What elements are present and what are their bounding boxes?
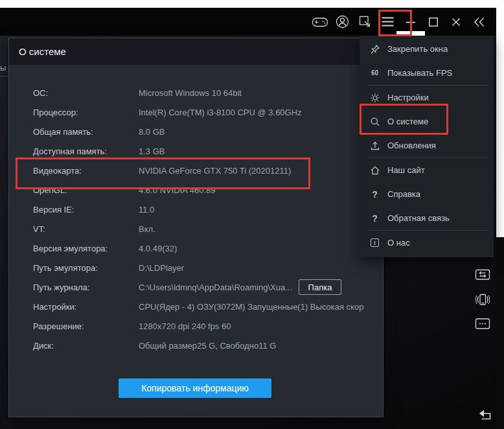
background-window-edge [496, 237, 504, 429]
menu-item-updates[interactable]: Обновления [360, 133, 494, 157]
row-available-memory: Доступная память: 1.3 GB [9, 141, 383, 161]
row-emulator-version: Версия эмулятора: 4.0.49(32) [9, 238, 383, 258]
menu-item-label: О системе [387, 117, 428, 126]
upload-icon [369, 140, 380, 151]
menu-item-label: Наш сайт [387, 165, 425, 175]
dialog-header: О системе [9, 38, 383, 65]
menu-item-label: О нас [387, 238, 410, 248]
home-icon [369, 165, 380, 176]
menu-item-label: Справка [387, 189, 420, 199]
menu-item-label: Настройки [387, 93, 429, 102]
menu-item-about-system[interactable]: О системе [360, 110, 494, 133]
system-menu: Закрепить окна 60 Показывать FPS Настрой… [360, 36, 494, 257]
row-log-path: Путь журнала: C:\Users\ldmnq\AppData\Roa… [9, 277, 383, 297]
row-total-memory: Общая память: 8.0 GB [9, 122, 383, 141]
row-opengl: OpenGL: 4.6.0 NVIDIA 460.89 [9, 180, 383, 200]
row-cpu: Процессор: Intel(R) Core(TM) i3-8100 CPU… [9, 102, 383, 122]
screen-capture-icon[interactable] [354, 10, 376, 34]
info-icon: ! [369, 237, 380, 248]
collapse-sidebar-icon[interactable] [467, 10, 490, 34]
back-icon[interactable] [477, 409, 493, 422]
row-settings: Настройки: CPU(Ядер - 4) ОЗУ(3072M) Запу… [9, 297, 383, 316]
fps-icon: 60 [369, 67, 380, 78]
row-vt: VT: Вкл. [9, 219, 383, 238]
account-icon[interactable] [331, 10, 354, 34]
gamepad-icon[interactable] [308, 10, 331, 34]
menu-button-underline [396, 31, 425, 36]
row-videocard: Видеокарта: NVIDIA GeForce GTX 750 Ti (2… [9, 161, 383, 180]
menu-item-about-us[interactable]: ! О нас [360, 231, 494, 255]
pin-icon [369, 43, 380, 54]
menu-icon[interactable] [376, 10, 399, 34]
maximize-icon[interactable] [422, 10, 444, 34]
clipped-background-text: ы [0, 63, 6, 73]
gear-icon [369, 92, 380, 103]
divider [0, 76, 8, 76]
shake-icon[interactable] [475, 292, 490, 307]
menu-item-label: Обратная связь [387, 213, 450, 223]
search-icon [369, 116, 380, 127]
menu-item-help[interactable]: ? Справка [360, 182, 494, 206]
close-icon[interactable] [444, 10, 467, 34]
menu-item-show-fps[interactable]: 60 Показывать FPS [360, 61, 494, 85]
row-os: ОС: Microsoft Windows 10 64bit [9, 83, 383, 102]
menu-item-our-site[interactable]: Наш сайт [360, 158, 494, 182]
row-disk: Диск: Общий размер25 G, Свободно11 G [9, 336, 383, 355]
folder-button[interactable]: Папка [299, 279, 341, 295]
minimize-icon[interactable] [399, 10, 422, 34]
more-icon[interactable] [475, 318, 490, 330]
system-info-rows: ОС: Microsoft Windows 10 64bit Процессор… [9, 83, 383, 355]
copy-info-button[interactable]: Копировать информацию [119, 378, 271, 398]
row-emulator-path: Путь эмулятора: D:\LDPlayer [9, 258, 383, 277]
swap-windows-icon[interactable] [475, 268, 490, 281]
row-ie-version: Версия IE: 11.0 [9, 200, 383, 219]
menu-item-pin-windows[interactable]: Закрепить окна [360, 37, 494, 61]
dialog-title: О системе [19, 46, 66, 57]
question-icon: ? [369, 189, 380, 200]
menu-item-feedback[interactable]: ? Обратная связь [360, 206, 494, 230]
menu-item-label: Показывать FPS [387, 68, 452, 78]
menu-item-label: Закрепить окна [387, 44, 448, 54]
menu-item-label: Обновления [387, 141, 436, 150]
question-icon: ? [369, 213, 380, 224]
row-resolution: Разрешение: 1280x720 dpi 240 fps 60 [9, 316, 383, 336]
menu-item-settings[interactable]: Настройки [360, 86, 494, 110]
about-system-dialog: О системе ОС: Microsoft Windows 10 64bit… [8, 38, 384, 417]
